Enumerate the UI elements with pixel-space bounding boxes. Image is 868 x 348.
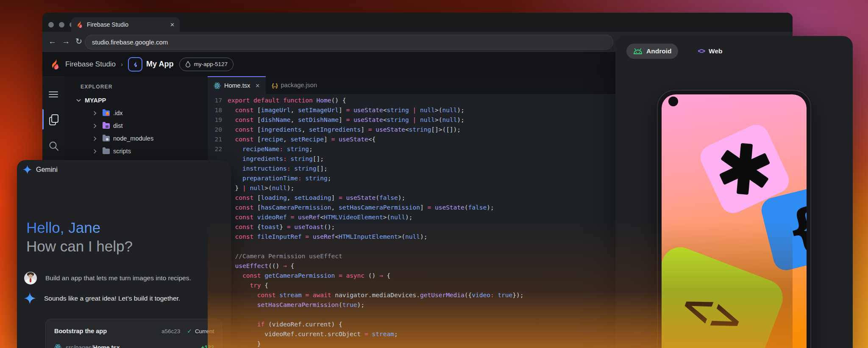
toggle-web[interactable]: <> Web xyxy=(691,44,729,59)
code-line[interactable]: 21 const [recipe, setRecipe] = useState<… xyxy=(208,135,793,144)
address-bar[interactable]: studio.firebase.google.com xyxy=(85,35,613,50)
code-line[interactable]: const stream = await navigator.mediaDevi… xyxy=(208,290,793,300)
explorer-files-icon[interactable] xyxy=(48,113,59,126)
toggle-android-label: Android xyxy=(646,47,671,55)
code-line[interactable] xyxy=(208,310,793,320)
folder-icon xyxy=(103,110,110,116)
window-control-dot[interactable] xyxy=(59,22,64,28)
editor-tab-Home.tsx[interactable]: Home.tsx✕ xyxy=(208,76,266,94)
code-line[interactable]: videoRef.current.srcObject = stream; xyxy=(208,329,793,339)
code-line[interactable] xyxy=(208,242,793,251)
toggle-android[interactable]: Android xyxy=(626,44,678,59)
changed-file-path: src/pages/Home.tsx xyxy=(66,344,120,348)
react-icon xyxy=(214,82,221,89)
code-line[interactable]: setHasCameraPermission(true); xyxy=(208,300,793,310)
browser-tab-strip: Firebase Studio ✕ xyxy=(42,13,793,32)
code-line[interactable]: instructions: string[]; xyxy=(208,164,793,174)
user-chat-message: Build an app that lets me turn images in… xyxy=(24,272,191,284)
user-avatar xyxy=(24,272,37,284)
search-icon[interactable] xyxy=(48,141,59,152)
file-tree: MYAPP.idxdistnode_modulesscripts xyxy=(64,94,208,157)
user-message-text: Build an app that lets me turn images in… xyxy=(45,274,191,282)
breadcrumb-product[interactable]: Firebase Studio xyxy=(65,60,116,69)
code-viewport[interactable]: 17export default function Home() {18 con… xyxy=(208,94,793,348)
tree-item-idx[interactable]: .idx xyxy=(64,107,208,119)
code-line[interactable]: try { xyxy=(208,281,793,290)
active-view-indicator xyxy=(42,109,44,130)
code-line[interactable]: const {toast} = useToast(); xyxy=(208,222,793,232)
react-icon xyxy=(54,344,61,348)
address-bar-url: studio.firebase.google.com xyxy=(92,39,168,46)
app-id-badge[interactable]: my-app-5127 xyxy=(179,58,234,71)
firebase-flame-icon xyxy=(76,21,83,28)
bootstrap-card-header: Bootstrap the app a56c23 ✓ Current xyxy=(54,328,214,334)
code-line[interactable]: } xyxy=(208,339,793,348)
editor-tab-label: package.json xyxy=(281,82,317,88)
gemini-message-text: Sounds like a great idea! Let’s build it… xyxy=(44,295,180,302)
gemini-header: Gemini xyxy=(23,165,58,174)
reload-icon[interactable]: ↻ xyxy=(75,36,82,47)
code-line[interactable]: //Camera Permission useEffect xyxy=(208,251,793,261)
gemini-panel: Gemini Hello, Jane How can I help? Build… xyxy=(17,160,231,348)
firebase-flame-logo xyxy=(50,58,60,70)
code-line[interactable]: ingredients: string[]; xyxy=(208,154,793,164)
tab-close-icon[interactable]: ✕ xyxy=(170,22,175,28)
code-line[interactable]: 22 recipeName: string; xyxy=(208,144,793,154)
json-braces-icon: {..} xyxy=(272,82,277,88)
back-icon[interactable]: ← xyxy=(48,36,56,47)
tab-close-icon[interactable]: ✕ xyxy=(255,83,260,89)
gemini-greeting-name: Hello, Jane xyxy=(26,219,100,236)
desktop-background: Firebase Studio ✕ ← → ↻ studio.firebase.… xyxy=(0,0,868,348)
toggle-web-label: Web xyxy=(709,47,722,55)
folder-icon xyxy=(103,136,110,141)
code-line[interactable]: const [loading, setLoading] = useState(f… xyxy=(208,193,793,203)
gemini-star-icon xyxy=(24,293,36,304)
bootstrap-card[interactable]: Bootstrap the app a56c23 ✓ Current src/p… xyxy=(45,319,222,348)
code-line[interactable]: 17export default function Home() { xyxy=(208,96,793,105)
card-title: Bootstrap the app xyxy=(54,328,107,334)
code-line[interactable]: const videoRef = useRef<HTMLVideoElement… xyxy=(208,213,793,222)
droplet-icon xyxy=(185,61,191,67)
editor-tab-package.json[interactable]: {..}package.json xyxy=(266,76,323,94)
explorer-title: EXPLORER xyxy=(81,84,113,90)
code-line[interactable]: if (videoRef.current) { xyxy=(208,320,793,329)
code-line[interactable]: } | null>(null); xyxy=(208,183,793,193)
tree-item-node_modules[interactable]: node_modules xyxy=(64,132,208,145)
code-line[interactable]: const [hasCameraPermission, setHasCamera… xyxy=(208,203,793,213)
code-line[interactable]: 19 const [dishName, setDishName] = useSt… xyxy=(208,115,793,125)
code-line[interactable]: 20 const [ingredients, setIngredients] =… xyxy=(208,125,793,135)
breadcrumb-separator-icon: › xyxy=(121,61,123,68)
chevron-down-icon xyxy=(76,99,82,102)
window-control-dot[interactable] xyxy=(48,22,54,28)
changed-file-row[interactable]: src/pages/Home.tsx +122 xyxy=(54,344,214,348)
platform-toggle: Android <> Web xyxy=(626,44,729,59)
chevron-right-icon xyxy=(93,136,99,141)
gemini-chat-message: Sounds like a great idea! Let’s build it… xyxy=(24,293,180,304)
commit-hash: a56c23 xyxy=(161,328,180,334)
android-robot-icon xyxy=(633,48,643,54)
editor-area: Home.tsx✕{..}package.json 17export defau… xyxy=(208,76,793,348)
code-line[interactable]: useEffect(() ⇒ { xyxy=(208,261,793,271)
check-icon: ✓ xyxy=(187,328,192,334)
breadcrumb-app-name[interactable]: My App xyxy=(146,60,173,69)
tree-item-dist[interactable]: dist xyxy=(64,119,208,132)
browser-tab[interactable]: Firebase Studio ✕ xyxy=(71,17,180,32)
tree-root-myapp[interactable]: MYAPP xyxy=(64,94,208,107)
app-prototype-icon xyxy=(128,57,142,72)
code-line[interactable]: const getCameraPermission = async () ⇒ { xyxy=(208,271,793,281)
code-brackets-icon: <> xyxy=(698,47,705,55)
code-line[interactable]: preparationTime: string; xyxy=(208,174,793,183)
gemini-star-icon xyxy=(23,165,32,174)
code-line[interactable]: const fileInputRef = useRef<HTMLInputEle… xyxy=(208,232,793,242)
chevron-right-icon xyxy=(93,111,99,116)
chevron-right-icon xyxy=(93,149,99,154)
menu-hamburger-icon[interactable] xyxy=(48,91,58,98)
forward-icon[interactable]: → xyxy=(62,36,70,47)
tree-item-scripts[interactable]: scripts xyxy=(64,145,208,157)
app-id-label: my-app-5127 xyxy=(194,61,228,67)
code-content[interactable]: 17export default function Home() {18 con… xyxy=(208,94,793,348)
folder-icon xyxy=(103,123,110,129)
code-line[interactable]: 18 const [imageUrl, setImageUrl] = useSt… xyxy=(208,105,793,115)
browser-tab-title: Firebase Studio xyxy=(87,21,128,28)
editor-tab-label: Home.tsx xyxy=(224,82,250,89)
